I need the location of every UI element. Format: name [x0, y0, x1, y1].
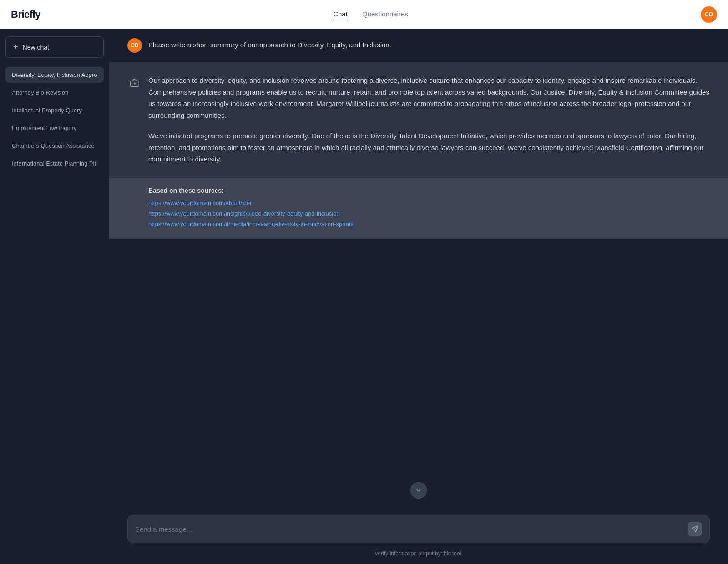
new-chat-button[interactable]: + New chat: [5, 36, 104, 58]
sources-title: Based on these sources:: [148, 187, 710, 194]
chat-area: CD Please write a short summary of our a…: [109, 29, 728, 564]
chat-spacer: [109, 239, 728, 473]
scroll-down-wrapper: [109, 473, 728, 508]
header-nav: Chat Questionnaires: [333, 8, 408, 20]
message-input[interactable]: [135, 525, 682, 533]
main-layout: + New chat Diversity, Equity, Inclusion …: [0, 29, 728, 564]
sidebar-item-5[interactable]: International Estate Planning Pit: [5, 156, 104, 171]
ai-message-content: Our approach to diversity, equity, and i…: [148, 75, 710, 165]
sidebar-item-2[interactable]: Intellectual Property Query: [5, 102, 104, 118]
footer-note: Verify information output by this tool.: [109, 547, 728, 564]
nav-chat[interactable]: Chat: [333, 8, 348, 20]
sources-section: Based on these sources: https://www.your…: [109, 178, 728, 239]
input-wrapper: [127, 515, 710, 543]
user-message-text: Please write a short summary of our appr…: [148, 38, 391, 50]
sidebar: + New chat Diversity, Equity, Inclusion …: [0, 29, 109, 564]
ai-message: Our approach to diversity, equity, and i…: [109, 62, 728, 178]
sidebar-item-0[interactable]: Diversity, Equity, Inclusion Appro: [5, 67, 104, 83]
source-link-2[interactable]: https://www.yourdomain.com/it/media/incr…: [148, 219, 710, 229]
source-link-0[interactable]: https://www.yourdomain.com/about/jdei: [148, 198, 710, 208]
sidebar-item-4[interactable]: Chambers Question Assistance: [5, 138, 104, 154]
header: Briefly Chat Questionnaires CD: [0, 0, 728, 29]
nav-questionnaires[interactable]: Questionnaires: [362, 8, 408, 20]
ai-response-p2: We've initiated programs to promote grea…: [148, 130, 710, 165]
user-avatar-header[interactable]: CD: [701, 6, 717, 23]
user-avatar: CD: [127, 38, 142, 53]
source-link-1[interactable]: https://www.yourdomain.com/insights/vide…: [148, 208, 710, 219]
ai-icon: [127, 76, 142, 90]
app-logo: Briefly: [11, 9, 40, 20]
new-chat-label: New chat: [23, 44, 49, 51]
user-message: CD Please write a short summary of our a…: [109, 29, 728, 62]
sidebar-item-1[interactable]: Attorney Bio Revision: [5, 85, 104, 101]
sidebar-item-3[interactable]: Employment Law Inquiry: [5, 120, 104, 136]
send-button[interactable]: [688, 522, 702, 536]
scroll-down-button[interactable]: [410, 482, 427, 499]
messages-container: CD Please write a short summary of our a…: [109, 29, 728, 508]
plus-icon: +: [13, 42, 18, 52]
ai-response-p1: Our approach to diversity, equity, and i…: [148, 75, 710, 121]
input-area: [109, 508, 728, 547]
